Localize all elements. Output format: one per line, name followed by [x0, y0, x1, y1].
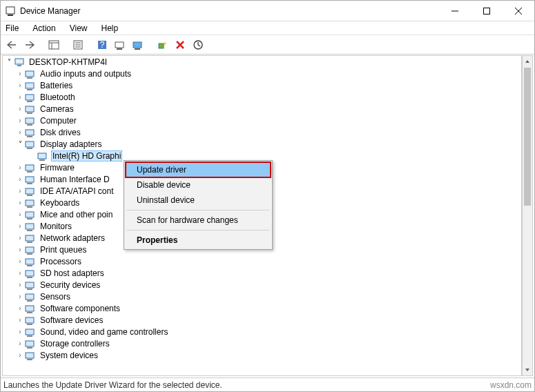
chevron-right-icon[interactable]: ›: [15, 304, 25, 312]
tree-category[interactable]: ›Sensors: [3, 291, 521, 302]
menu-help[interactable]: Help: [99, 22, 121, 35]
chevron-right-icon[interactable]: ›: [15, 81, 25, 89]
category-icon: [25, 244, 36, 255]
svg-rect-70: [27, 347, 32, 349]
category-icon: [25, 162, 36, 173]
category-icon: [25, 303, 36, 314]
chevron-right-icon[interactable]: ›: [15, 70, 25, 77]
category-label: Human Interface D: [39, 175, 111, 184]
minimize-button[interactable]: [439, 1, 471, 21]
chevron-right-icon[interactable]: ›: [15, 257, 25, 265]
chevron-right-icon[interactable]: ›: [15, 128, 25, 136]
svg-rect-62: [27, 300, 32, 302]
chevron-right-icon[interactable]: ›: [15, 164, 25, 171]
category-label: Network adapters: [39, 233, 106, 243]
category-icon: [25, 315, 36, 326]
chevron-right-icon[interactable]: ›: [15, 293, 25, 300]
svg-rect-66: [27, 324, 32, 325]
tree-root-label: DESKTOP-KHTMP4I: [28, 57, 108, 67]
chevron-right-icon[interactable]: ›: [15, 340, 25, 347]
chevron-right-icon[interactable]: ›: [15, 105, 25, 112]
svg-rect-43: [26, 188, 34, 194]
svg-rect-35: [26, 141, 34, 147]
help-button[interactable]: ?: [94, 37, 110, 52]
tree-category[interactable]: ›SD host adapters: [3, 267, 521, 279]
svg-rect-68: [27, 335, 32, 337]
tree-category[interactable]: ›Processors: [3, 255, 521, 267]
context-menu-item[interactable]: Disable device: [126, 177, 271, 193]
chevron-right-icon[interactable]: ›: [15, 281, 25, 288]
category-icon: [25, 197, 36, 208]
scan-hardware-button[interactable]: [190, 37, 206, 52]
category-label: Batteries: [39, 81, 74, 90]
tree-category[interactable]: ›Cameras: [3, 103, 521, 115]
tree-category[interactable]: ›Audio inputs and outputs: [3, 68, 521, 79]
maximize-button[interactable]: [471, 1, 503, 21]
watermark: wsxdn.com: [490, 380, 532, 390]
chevron-right-icon[interactable]: ›: [15, 210, 25, 218]
category-label: Disk drives: [39, 128, 82, 137]
chevron-right-icon[interactable]: ›: [15, 199, 25, 206]
scroll-up-button[interactable]: [523, 56, 532, 67]
tree-category[interactable]: ›Sound, video and game controllers: [3, 326, 521, 337]
tree-category[interactable]: ˅Display adapters: [3, 138, 521, 150]
chevron-right-icon[interactable]: ›: [15, 234, 25, 242]
context-menu-item[interactable]: Uninstall device: [126, 193, 271, 208]
scroll-down-button[interactable]: [523, 364, 532, 375]
uninstall-button[interactable]: [172, 37, 188, 52]
svg-rect-31: [26, 118, 34, 124]
chevron-right-icon[interactable]: ›: [15, 187, 25, 195]
context-menu-item[interactable]: Properties: [126, 233, 271, 248]
forward-button[interactable]: [21, 37, 37, 52]
show-hide-button[interactable]: [46, 37, 61, 52]
svg-rect-18: [135, 48, 140, 50]
chevron-right-icon[interactable]: ›: [15, 316, 25, 324]
scan-button[interactable]: [112, 37, 128, 52]
svg-rect-48: [27, 218, 32, 219]
category-icon: [25, 80, 36, 91]
category-icon: [25, 291, 36, 302]
context-menu-separator: [127, 230, 269, 231]
chevron-right-icon[interactable]: ›: [15, 246, 25, 253]
close-button[interactable]: [503, 1, 534, 21]
chevron-right-icon[interactable]: ›: [15, 175, 25, 183]
scroll-thumb[interactable]: [524, 68, 531, 206]
tree-category[interactable]: ›Batteries: [3, 79, 521, 91]
chevron-right-icon[interactable]: ›: [15, 117, 25, 124]
properties-button[interactable]: [70, 37, 86, 52]
chevron-right-icon[interactable]: ›: [15, 222, 25, 230]
chevron-right-icon[interactable]: ›: [15, 269, 25, 277]
chevron-down-icon[interactable]: ˅: [4, 58, 14, 66]
svg-rect-46: [27, 206, 32, 208]
tree-category[interactable]: ›Disk drives: [3, 126, 521, 138]
context-menu-item[interactable]: Update driver: [126, 162, 271, 177]
chevron-right-icon[interactable]: ›: [15, 351, 25, 359]
back-button[interactable]: [3, 37, 19, 52]
chevron-right-icon[interactable]: ›: [15, 328, 25, 335]
tree-category[interactable]: ›System devices: [3, 349, 521, 361]
update-driver-button[interactable]: [130, 37, 146, 52]
context-menu-item[interactable]: Scan for hardware changes: [126, 213, 271, 228]
category-label: Keyboards: [39, 198, 81, 208]
svg-rect-59: [26, 282, 34, 288]
tree-category[interactable]: ›Storage controllers: [3, 337, 521, 349]
vertical-scrollbar[interactable]: [522, 55, 533, 376]
tree-category[interactable]: ›Security devices: [3, 279, 521, 291]
menu-action[interactable]: Action: [30, 22, 57, 35]
svg-rect-42: [27, 183, 32, 184]
menu-file[interactable]: File: [3, 22, 21, 35]
tree-category[interactable]: ›Computer: [3, 115, 521, 126]
tree-category[interactable]: ›Software components: [3, 302, 521, 314]
svg-rect-56: [27, 265, 32, 266]
category-icon: [25, 280, 36, 291]
menu-view[interactable]: View: [68, 22, 90, 35]
chevron-down-icon[interactable]: ˅: [15, 140, 25, 148]
enable-device-button[interactable]: [154, 37, 170, 52]
tree-category[interactable]: ›Bluetooth: [3, 91, 521, 103]
svg-rect-58: [27, 277, 32, 278]
chevron-right-icon[interactable]: ›: [15, 93, 25, 101]
category-icon: [25, 256, 36, 267]
tree-root[interactable]: ˅ DESKTOP-KHTMP4I: [3, 56, 521, 68]
tree-category[interactable]: ›Software devices: [3, 314, 521, 326]
category-label: Sensors: [39, 292, 72, 302]
